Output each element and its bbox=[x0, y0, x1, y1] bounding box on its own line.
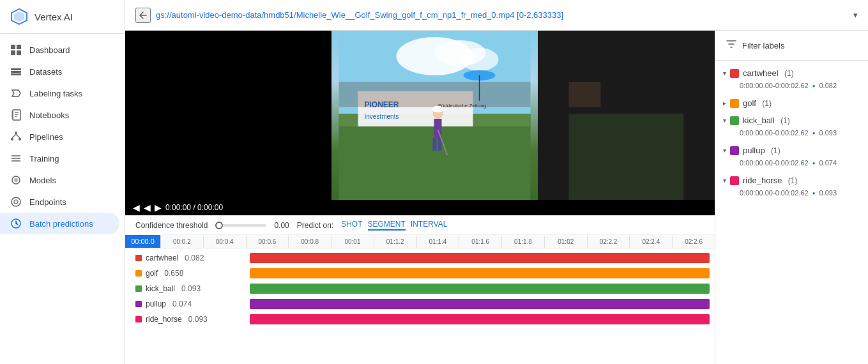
timeline-ruler: 00:00.0 00:0.2 00:0.4 00:0.6 00:0.8 00:0… bbox=[125, 235, 715, 248]
label-color-kick_ball bbox=[730, 116, 739, 125]
play-prev-button[interactable]: ◀ bbox=[133, 202, 140, 213]
timeline-mark-1: 00:0.4 bbox=[203, 236, 246, 248]
svg-rect-3 bbox=[17, 45, 21, 49]
svg-point-29 bbox=[461, 48, 499, 71]
svg-point-25 bbox=[14, 200, 18, 204]
label-group-header-golf[interactable]: ▸ golf (1) bbox=[715, 96, 868, 110]
detail-score-cartwheel: 0.082 bbox=[819, 82, 837, 89]
confidence-slider-track[interactable] bbox=[215, 224, 266, 227]
sidebar-item-dashboard-label: Dashboard bbox=[29, 45, 70, 55]
nav-menu: Dashboard Datasets Labeling tasks Notebo… bbox=[0, 34, 125, 364]
track-score-golf: 0.658 bbox=[164, 269, 183, 278]
track-color-kick_ball bbox=[135, 285, 142, 292]
track-score-ride_horse: 0.093 bbox=[188, 315, 208, 324]
svg-point-24 bbox=[11, 197, 20, 206]
predict-interval[interactable]: INTERVAL bbox=[411, 220, 448, 231]
sidebar-item-endpoints-label: Endpoints bbox=[29, 197, 66, 207]
track-color-golf bbox=[135, 270, 142, 277]
confidence-slider-thumb[interactable] bbox=[215, 222, 223, 229]
video-section: PIONEER Investments Süddeutsche Zeitung bbox=[125, 31, 715, 364]
video-controls-bar: ◀ ◀ ▶ 0:00:00 / 0:00:00 bbox=[125, 200, 715, 215]
back-button[interactable] bbox=[135, 8, 151, 23]
timeline-mark-4: 00:01 bbox=[331, 236, 374, 248]
label-group-header-cartwheel[interactable]: ▾ cartwheel (1) bbox=[715, 66, 868, 80]
timeline-mark-5: 01:1.2 bbox=[374, 236, 416, 248]
timeline-mark-11: 02:2.4 bbox=[629, 236, 672, 248]
sidebar-item-datasets-label: Datasets bbox=[29, 67, 62, 77]
video-right-dark bbox=[538, 31, 715, 200]
label-list: ▾ cartwheel (1) 0:00:00.00-0:00:02.62 ● … bbox=[715, 61, 868, 364]
label-name-kick_ball: kick_ball bbox=[743, 116, 775, 125]
notebooks-icon bbox=[10, 109, 22, 121]
track-name-ride_horse: ride_horse bbox=[146, 315, 182, 324]
sidebar-item-training[interactable]: Training bbox=[0, 148, 119, 169]
panel-header: Filter labels bbox=[715, 31, 868, 61]
sidebar-item-pipelines[interactable]: Pipelines bbox=[0, 126, 119, 148]
svg-line-18 bbox=[16, 134, 20, 138]
sidebar-item-training-label: Training bbox=[29, 154, 59, 163]
label-name-ride_horse: ride_horse bbox=[743, 176, 782, 185]
label-group-header-pullup[interactable]: ▾ pullup (1) bbox=[715, 143, 868, 158]
sidebar-item-batch[interactable]: Batch predictions bbox=[0, 213, 119, 234]
svg-point-15 bbox=[11, 138, 13, 140]
label-count-golf: (1) bbox=[760, 99, 772, 108]
label-group-header-ride_horse[interactable]: ▾ ride_horse (1) bbox=[715, 173, 868, 188]
predict-shot[interactable]: SHOT bbox=[341, 220, 362, 231]
svg-rect-41 bbox=[433, 138, 437, 151]
timeline-mark-2: 00:0.6 bbox=[246, 236, 289, 248]
sidebar-item-endpoints[interactable]: Endpoints bbox=[0, 191, 119, 213]
play-prev2-button[interactable]: ◀ bbox=[144, 202, 151, 213]
vertex-logo-icon bbox=[10, 8, 28, 26]
sidebar-item-dashboard[interactable]: Dashboard bbox=[0, 39, 119, 61]
detail-score-pullup: 0.074 bbox=[819, 159, 837, 167]
sidebar-item-batch-label: Batch predictions bbox=[29, 219, 93, 229]
track-bar-ride_horse bbox=[250, 314, 710, 324]
svg-rect-2 bbox=[11, 45, 15, 49]
timeline-mark-7: 01:1.6 bbox=[459, 236, 501, 248]
sidebar-item-datasets[interactable]: Datasets bbox=[0, 61, 119, 82]
track-label-kick_ball: kick_ball 0.093 bbox=[125, 284, 250, 293]
batch-icon bbox=[10, 218, 22, 229]
track-color-ride_horse bbox=[135, 316, 142, 322]
svg-rect-8 bbox=[11, 73, 21, 75]
track-color-pullup bbox=[135, 301, 142, 307]
timeline-mark-0: 00:0.2 bbox=[160, 236, 203, 248]
label-tracks: cartwheel 0.082 golf 0.658 kick_ball 0.0… bbox=[125, 248, 715, 330]
timeline-mark-3: 00:0.8 bbox=[288, 236, 331, 248]
svg-rect-4 bbox=[11, 50, 15, 55]
detail-score-kick_ball: 0.093 bbox=[819, 129, 837, 137]
track-label-pullup: pullup 0.074 bbox=[125, 300, 250, 308]
detail-time-cartwheel: 0:00:00.00-0:00:02.62 bbox=[740, 82, 809, 89]
track-bar-pullup bbox=[250, 299, 710, 309]
sidebar-item-models-label: Models bbox=[29, 176, 56, 185]
track-bar-cartwheel bbox=[250, 253, 710, 263]
track-bar-area-cartwheel bbox=[250, 253, 715, 263]
track-color-cartwheel bbox=[135, 255, 142, 261]
timeline-mark-6: 01:1.4 bbox=[416, 236, 459, 248]
training-icon bbox=[10, 153, 22, 164]
sidebar-item-models[interactable]: Models bbox=[0, 169, 119, 191]
filepath-dropdown-icon[interactable]: ▾ bbox=[853, 10, 858, 20]
svg-rect-9 bbox=[13, 110, 20, 120]
label-group-header-kick_ball[interactable]: ▾ kick_ball (1) bbox=[715, 113, 868, 128]
panel-title: Filter labels bbox=[742, 41, 784, 50]
label-name-pullup: pullup bbox=[743, 146, 765, 155]
timeline-mark-8: 01:1.8 bbox=[501, 236, 544, 248]
video-left-black bbox=[125, 31, 331, 200]
expand-icon-cartwheel: ▾ bbox=[723, 70, 726, 77]
confidence-value: 0.00 bbox=[274, 221, 289, 230]
track-score-kick_ball: 0.093 bbox=[181, 284, 201, 293]
track-bar-area-kick_ball bbox=[250, 284, 715, 294]
predict-segment[interactable]: SEGMENT bbox=[368, 220, 406, 231]
play-next-button[interactable]: ▶ bbox=[155, 202, 162, 213]
expand-icon-ride_horse: ▾ bbox=[723, 177, 726, 184]
label-color-ride_horse bbox=[730, 176, 739, 185]
svg-rect-5 bbox=[17, 50, 21, 55]
sidebar-item-labeling[interactable]: Labeling tasks bbox=[0, 82, 119, 104]
svg-rect-48 bbox=[569, 114, 684, 200]
sidebar-item-notebooks[interactable]: Notebooks bbox=[0, 104, 119, 126]
label-track-cartwheel: cartwheel 0.082 bbox=[125, 251, 715, 265]
track-label-cartwheel: cartwheel 0.082 bbox=[125, 254, 250, 262]
main-content: gs://automl-video-demo-data/hmdb51/Miche… bbox=[125, 0, 868, 364]
timeline-current-time[interactable]: 00:00.0 bbox=[125, 235, 160, 248]
